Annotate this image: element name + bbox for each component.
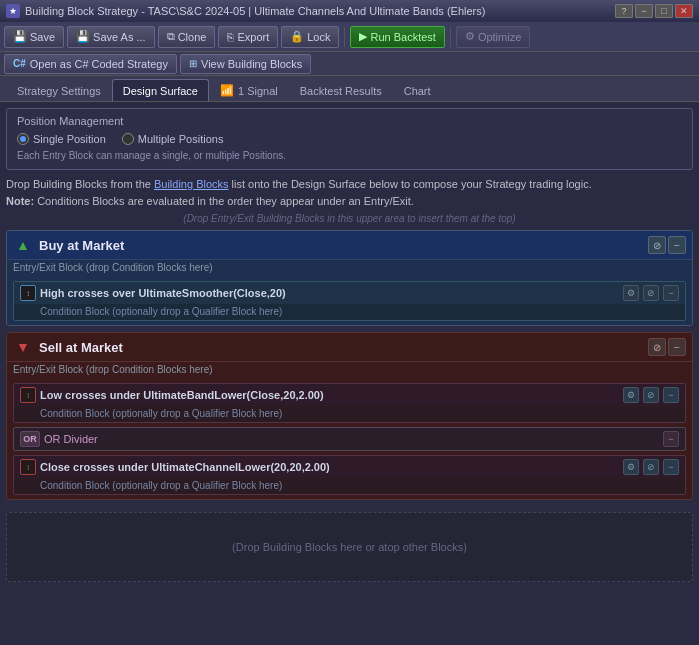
title-bar: ★ Building Block Strategy - TASC\S&C 202… (0, 0, 699, 22)
buy-cond-no-btn[interactable]: ⊘ (643, 285, 659, 301)
sell-condition-1-subtitle: Condition Block (optionally drop a Quali… (14, 406, 685, 422)
sell-condition-1-header: ↕ Low crosses under UltimateBandLower(Cl… (14, 384, 685, 406)
design-surface-content: Position Management Single Position Mult… (0, 102, 699, 645)
buy-condition-header: ↕ High crosses over UltimateSmoother(Clo… (14, 282, 685, 304)
window-controls: ? − □ ✕ (615, 4, 693, 18)
tab-design-surface[interactable]: Design Surface (112, 79, 209, 101)
help-button[interactable]: ? (615, 4, 633, 18)
sell-block-subtitle: Entry/Exit Block (drop Condition Blocks … (7, 362, 692, 379)
sell-cond-1-gear-btn[interactable]: ⚙ (623, 387, 639, 403)
sell-at-market-block: ▼ Sell at Market ⊘ − Entry/Exit Block (d… (6, 332, 693, 500)
sell-block-header: ▼ Sell at Market ⊘ − (7, 333, 692, 362)
sell-condition-3-block: ↕ Close crosses under UltimateChannelLow… (13, 455, 686, 495)
buy-cond-gear-btn[interactable]: ⚙ (623, 285, 639, 301)
buy-block-controls: ⊘ − (648, 236, 686, 254)
clone-button[interactable]: ⧉ Clone (158, 26, 216, 48)
sell-cond-1-remove-btn[interactable]: − (663, 387, 679, 403)
buy-block-subtitle: Entry/Exit Block (drop Condition Blocks … (7, 260, 692, 277)
buy-cond-remove-btn[interactable]: − (663, 285, 679, 301)
view-blocks-label: View Building Blocks (201, 58, 302, 70)
tab-signal[interactable]: 📶 1 Signal (209, 79, 289, 101)
save-as-button[interactable]: 💾 Save As ... (67, 26, 155, 48)
single-radio-dot (17, 133, 29, 145)
drop-text2: list onto the Design Surface below to co… (229, 178, 592, 190)
sell-cond-3-remove-btn[interactable]: − (663, 459, 679, 475)
sell-block-remove-btn[interactable]: − (668, 338, 686, 356)
tab-chart-label: Chart (404, 85, 431, 97)
export-label: Export (237, 31, 269, 43)
buy-block-no-btn[interactable]: ⊘ (648, 236, 666, 254)
run-icon: ▶ (359, 30, 367, 43)
sell-cond-1-icon: ↕ (20, 387, 36, 403)
tab-design-surface-label: Design Surface (123, 85, 198, 97)
top-drop-hint: (Drop Entry/Exit Building Blocks in this… (183, 213, 515, 224)
view-building-blocks-button[interactable]: ⊞ View Building Blocks (180, 54, 311, 74)
bottom-drop-hint: (Drop Building Blocks here or atop other… (232, 541, 467, 553)
sell-block-controls: ⊘ − (648, 338, 686, 356)
building-blocks-link[interactable]: Building Blocks (154, 178, 229, 190)
sell-condition-3-subtitle: Condition Block (optionally drop a Quali… (14, 478, 685, 494)
tabs-bar: Strategy Settings Design Surface 📶 1 Sig… (0, 76, 699, 102)
optimize-button[interactable]: ⚙ Optimize (456, 26, 530, 48)
run-backtest-button[interactable]: ▶ Run Backtest (350, 26, 444, 48)
sell-condition-1-block: ↕ Low crosses under UltimateBandLower(Cl… (13, 383, 686, 423)
multiple-position-radio[interactable]: Multiple Positions (122, 133, 224, 145)
tab-strategy-settings[interactable]: Strategy Settings (6, 79, 112, 101)
buy-at-market-block: ▲ Buy at Market ⊘ − Entry/Exit Block (dr… (6, 230, 693, 326)
sell-block-title: Sell at Market (39, 340, 642, 355)
position-management-box: Position Management Single Position Mult… (6, 108, 693, 170)
export-icon: ⎘ (227, 31, 234, 43)
tab-backtest-label: Backtest Results (300, 85, 382, 97)
tab-backtest-results[interactable]: Backtest Results (289, 79, 393, 101)
top-drop-zone[interactable]: (Drop Entry/Exit Building Blocks in this… (6, 213, 693, 224)
or-remove-btn[interactable]: − (663, 431, 679, 447)
lock-icon: 🔒 (290, 30, 304, 43)
lock-button[interactable]: 🔒 Lock (281, 26, 339, 48)
export-button[interactable]: ⎘ Export (218, 26, 278, 48)
save-as-icon: 💾 (76, 30, 90, 43)
open-coded-label: Open as C# Coded Strategy (30, 58, 168, 70)
clone-icon: ⧉ (167, 30, 175, 43)
building-blocks-icon: ⊞ (189, 58, 197, 69)
wifi-icon: 📶 (220, 84, 234, 97)
tab-chart[interactable]: Chart (393, 79, 442, 101)
sell-cond-3-no-btn[interactable]: ⊘ (643, 459, 659, 475)
buy-condition-title: High crosses over UltimateSmoother(Close… (40, 287, 619, 299)
run-label: Run Backtest (370, 31, 435, 43)
position-management-title: Position Management (17, 115, 682, 127)
save-icon: 💾 (13, 30, 27, 43)
maximize-button[interactable]: □ (655, 4, 673, 18)
app-window: ★ Building Block Strategy - TASC\S&C 202… (0, 0, 699, 645)
sell-condition-3-title: Close crosses under UltimateChannelLower… (40, 461, 619, 473)
save-button[interactable]: 💾 Save (4, 26, 64, 48)
save-as-label: Save As ... (93, 31, 146, 43)
main-toolbar: 💾 Save 💾 Save As ... ⧉ Clone ⎘ Export 🔒 … (0, 22, 699, 52)
multiple-position-label: Multiple Positions (138, 133, 224, 145)
open-coded-strategy-button[interactable]: C# Open as C# Coded Strategy (4, 54, 177, 74)
sell-block-no-btn[interactable]: ⊘ (648, 338, 666, 356)
multiple-radio-dot (122, 133, 134, 145)
sell-cond-1-no-btn[interactable]: ⊘ (643, 387, 659, 403)
close-button[interactable]: ✕ (675, 4, 693, 18)
note-label: Note: (6, 195, 34, 207)
csharp-icon: C# (13, 58, 26, 69)
single-position-radio[interactable]: Single Position (17, 133, 106, 145)
strategy-instructions: Drop Building Blocks from the Building B… (6, 176, 693, 209)
note-text: Conditions Blocks are evaluated in the o… (34, 195, 414, 207)
optimize-label: Optimize (478, 31, 521, 43)
buy-block-header: ▲ Buy at Market ⊘ − (7, 231, 692, 260)
app-icon: ★ (6, 4, 20, 18)
buy-block-remove-btn[interactable]: − (668, 236, 686, 254)
sell-cond-3-gear-btn[interactable]: ⚙ (623, 459, 639, 475)
lock-label: Lock (307, 31, 330, 43)
buy-condition-subtitle: Condition Block (optionally drop a Quali… (14, 304, 685, 320)
sell-condition-3-header: ↕ Close crosses under UltimateChannelLow… (14, 456, 685, 478)
save-label: Save (30, 31, 55, 43)
minimize-button[interactable]: − (635, 4, 653, 18)
or-title: OR Divider (44, 433, 659, 445)
bottom-drop-zone[interactable]: (Drop Building Blocks here or atop other… (6, 512, 693, 582)
window-title: Building Block Strategy - TASC\S&C 2024-… (25, 5, 615, 17)
sell-cond-3-icon: ↕ (20, 459, 36, 475)
clone-label: Clone (178, 31, 207, 43)
position-description: Each Entry Block can manage a single, or… (17, 150, 682, 161)
